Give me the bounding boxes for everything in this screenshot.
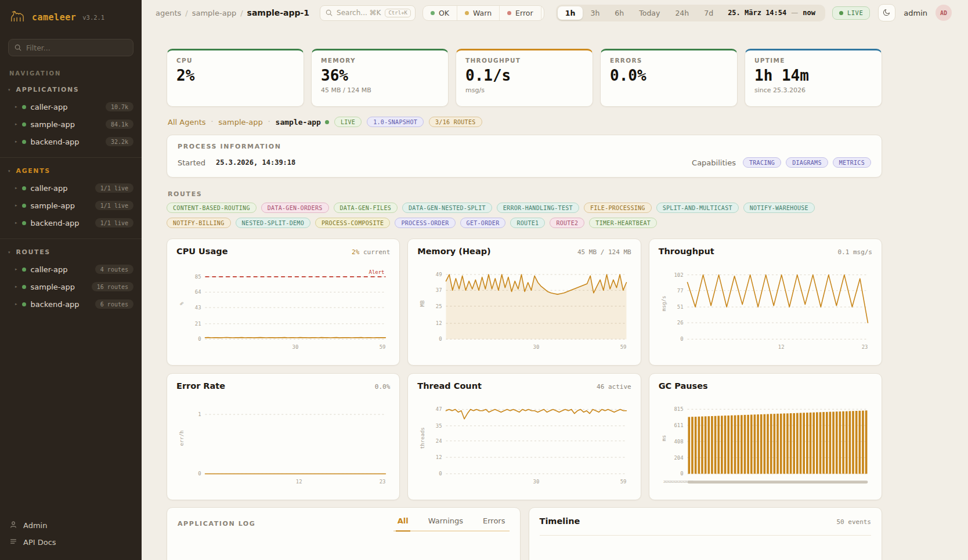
context-link-all-agents[interactable]: All Agents — [168, 118, 206, 127]
sidebar-section-header-routes[interactable]: ▾ROUTES — [0, 246, 142, 261]
sidebar-item-sample-app[interactable]: ▸sample-app84.1k — [0, 115, 142, 133]
time-display[interactable]: 25. März 14:54 — now — [721, 9, 823, 17]
process-info-title: PROCESS INFORMATION — [178, 143, 871, 150]
sidebar-section-header-applications[interactable]: ▾APPLICATIONS — [0, 84, 142, 98]
chevron-right-icon: ▸ — [15, 186, 17, 190]
route-badge-timer-heartbeat[interactable]: TIMER-HEARTBEAT — [589, 218, 657, 228]
timeline-header: Timeline 50 events — [540, 516, 872, 526]
chart-header: Memory (Heap)45 MB / 124 MB — [417, 247, 631, 256]
docs-icon — [9, 537, 17, 547]
log-tabs: AllWarningsErrors — [393, 516, 510, 532]
sidebar-item-admin[interactable]: Admin — [9, 517, 132, 534]
log-tab-warnings[interactable]: Warnings — [427, 516, 465, 530]
svg-text:0: 0 — [680, 471, 683, 476]
sidebar-item-sample-app[interactable]: ▸sample-app1/1 live — [0, 197, 142, 214]
chart-card-memory-heap-: Memory (Heap)45 MB / 124 MB493725120MB30… — [407, 239, 641, 366]
route-badge-get-order[interactable]: GET-ORDER — [460, 218, 506, 228]
status-filter-error[interactable]: Error — [499, 6, 540, 20]
sidebar-item-caller-app[interactable]: ▸caller-app10.7k — [0, 98, 142, 115]
status-dot-icon — [22, 285, 26, 289]
stat-card-cpu: CPU2% — [167, 49, 304, 107]
svg-text:35: 35 — [436, 423, 442, 429]
route-badge-notify-warehouse[interactable]: NOTIFY-WAREHOUSE — [743, 203, 815, 213]
svg-text:ms: ms — [661, 435, 667, 442]
chart-title: GC Pauses — [659, 381, 708, 391]
app-window: cameleer v3.2.1 NAVIGATION ▾APPLICATIONS… — [0, 0, 968, 560]
global-search[interactable]: Search... ⌘K Ctrl+K — [320, 5, 416, 21]
chart-header: CPU Usage2% current — [176, 247, 390, 256]
range-button-7d[interactable]: 7d — [696, 6, 721, 20]
chart-title: Memory (Heap) — [417, 247, 490, 256]
status-dot-icon — [22, 105, 26, 109]
chart-meta-value: 46 active — [597, 383, 631, 391]
route-badge-route1[interactable]: ROUTE1 — [510, 218, 545, 228]
route-badge-process-composite[interactable]: PROCESS-COMPOSITE — [315, 218, 390, 228]
sidebar-filter[interactable] — [8, 39, 133, 56]
route-badge-split-and-multicast[interactable]: SPLIT-AND-MULTICAST — [656, 203, 739, 213]
svg-text:12: 12 — [436, 454, 442, 460]
log-tab-errors[interactable]: Errors — [481, 516, 507, 530]
sidebar-item-label: backend-app — [31, 219, 91, 227]
status-filter-warn[interactable]: Warn — [457, 6, 499, 20]
chevron-down-icon: ▾ — [8, 250, 10, 255]
filter-input[interactable] — [26, 44, 127, 52]
route-badge-content-based-routing[interactable]: CONTENT-BASED-ROUTING — [167, 203, 257, 213]
svg-text:0: 0 — [198, 336, 201, 342]
chart-title: CPU Usage — [176, 247, 228, 256]
search-placeholder: Search... ⌘K — [337, 9, 381, 17]
status-filter-running[interactable]: Running — [541, 6, 544, 20]
live-dot-icon — [839, 11, 843, 15]
sidebar-item-sample-app[interactable]: ▸sample-app16 routes — [0, 278, 142, 295]
log-tab-all[interactable]: All — [396, 516, 410, 532]
breadcrumb-agents[interactable]: agents — [156, 9, 181, 17]
route-badge-data-gen-nested-split[interactable]: DATA-GEN-NESTED-SPLIT — [402, 203, 492, 213]
timeline-title: Timeline — [540, 516, 580, 526]
range-button-today[interactable]: Today — [631, 6, 667, 20]
breadcrumb-sample-app[interactable]: sample-app — [192, 9, 236, 17]
topbar-right: LIVE admin AD — [832, 4, 952, 21]
route-badge-notify-billing[interactable]: NOTIFY-BILLING — [167, 218, 231, 228]
sidebar-item-caller-app[interactable]: ▸caller-app4 routes — [0, 261, 142, 278]
timeline-divider — [540, 535, 872, 536]
route-badge-error-handling-test[interactable]: ERROR-HANDLING-TEST — [497, 203, 579, 213]
range-button-3h[interactable]: 3h — [583, 6, 607, 20]
breadcrumb: agents / sample-app / sample-app-1 — [156, 8, 309, 17]
route-badge-route2[interactable]: ROUTE2 — [550, 218, 584, 228]
gc-horizontal-scrollbar[interactable] — [687, 480, 868, 483]
route-badge-file-processing[interactable]: FILE-PROCESSING — [584, 203, 652, 213]
chart-card-error-rate: Error Rate0.0%10err/h1223 — [167, 373, 400, 500]
route-badge-process-order[interactable]: PROCESS-ORDER — [395, 218, 455, 228]
sidebar-item-backend-app[interactable]: ▸backend-app1/1 live — [0, 214, 142, 232]
sidebar-item-backend-app[interactable]: ▸backend-app6 routes — [0, 295, 142, 313]
route-badge-data-gen-orders[interactable]: DATA-GEN-ORDERS — [261, 203, 329, 213]
context-link-sample-app[interactable]: sample-app — [218, 118, 262, 127]
sidebar-section-header-agents[interactable]: ▾AGENTS — [0, 165, 142, 179]
range-button-6h[interactable]: 6h — [607, 6, 631, 20]
stat-sub: 45 MB / 124 MB — [321, 86, 439, 94]
sidebar-section-routes: ▾ROUTES▸caller-app4 routes▸sample-app16 … — [0, 239, 142, 315]
bottom-row: APPLICATION LOG AllWarningsErrors Timeli… — [167, 507, 882, 560]
status-filter-ok[interactable]: OK — [423, 6, 457, 20]
status-filter-label: OK — [439, 9, 449, 17]
sidebar-item-caller-app[interactable]: ▸caller-app1/1 live — [0, 179, 142, 197]
svg-text:77: 77 — [677, 288, 683, 294]
svg-text:408: 408 — [674, 439, 683, 445]
sidebar-item-api-docs[interactable]: API Docs — [9, 534, 132, 551]
route-badge-data-gen-files[interactable]: DATA-GEN-FILES — [334, 203, 398, 213]
sidebar-item-backend-app[interactable]: ▸backend-app32.2k — [0, 133, 142, 150]
time-range-group: 1h3h6hToday24h7d 25. März 14:54 — now — [556, 5, 825, 21]
chart-card-gc-pauses: GC Pauses8156114082040ms2020202020202020… — [649, 373, 882, 500]
svg-text:23: 23 — [380, 479, 386, 485]
chevron-right-icon: ▸ — [15, 267, 17, 272]
route-badge-nested-split-demo[interactable]: NESTED-SPLIT-DEMO — [236, 218, 310, 228]
live-badge[interactable]: LIVE — [832, 6, 870, 20]
avatar[interactable]: AD — [936, 5, 952, 21]
stat-value: 36% — [321, 67, 439, 84]
timeline-event-count: 50 events — [836, 518, 871, 526]
range-button-24h[interactable]: 24h — [667, 6, 696, 20]
chart-header: GC Pauses — [659, 381, 872, 391]
range-button-1h[interactable]: 1h — [558, 6, 583, 20]
capability-badges: TRACINGDIAGRAMSMETRICS — [743, 157, 871, 168]
status-dot-icon — [22, 204, 26, 208]
theme-toggle-button[interactable] — [878, 4, 895, 21]
